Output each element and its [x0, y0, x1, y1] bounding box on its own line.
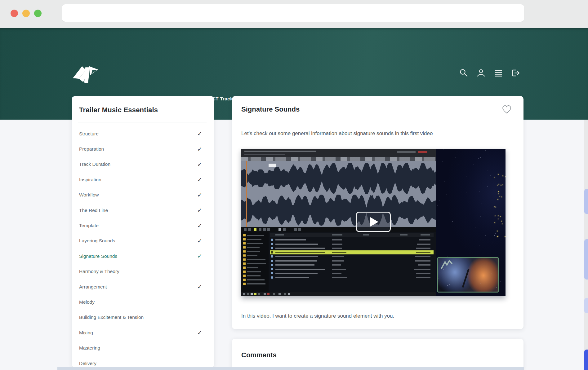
address-bar[interactable]: [62, 4, 524, 22]
lesson-item-building-excitement-tension[interactable]: Building Excitement & Tension: [79, 310, 202, 325]
scroll-decoration: [584, 298, 588, 313]
comments-title: Comments: [232, 339, 523, 359]
completed-check-icon: ✓: [197, 161, 202, 168]
viewport-bottom-band: [57, 367, 524, 370]
daw-selection-marker: [269, 164, 276, 167]
daw-file-list-header: [270, 233, 434, 237]
scroll-decoration: [584, 350, 588, 370]
scroll-decoration: [584, 239, 588, 280]
search-icon[interactable]: [459, 68, 468, 77]
lesson-item-label: Structure: [79, 131, 99, 137]
lesson-item-label: Delivery: [79, 361, 96, 366]
lesson-item-label: Building Excitement & Tension: [79, 315, 144, 320]
completed-check-icon: ✓: [197, 207, 202, 214]
comments-card: Comments: [232, 339, 523, 370]
lesson-outro-text: In this video, I want to create a signat…: [241, 313, 394, 319]
lesson-item-label: Inspiration: [79, 177, 101, 183]
completed-check-icon: ✓: [197, 222, 202, 229]
page-right-edge: [584, 120, 588, 370]
divider: [78, 122, 207, 122]
minimize-window-icon[interactable]: [22, 10, 30, 17]
close-window-icon[interactable]: [11, 10, 18, 17]
lesson-item-label: Layering Sounds: [79, 238, 115, 244]
lesson-item-label: Arrangement: [79, 284, 107, 290]
lesson-item-label: Track Duration: [79, 161, 110, 167]
lesson-item-preparation[interactable]: Preparation✓: [79, 141, 202, 156]
lesson-item-melody[interactable]: Melody: [79, 294, 202, 310]
user-icon[interactable]: [476, 68, 486, 77]
lesson-item-mastering[interactable]: Mastering: [79, 340, 202, 355]
daw-overview-strip: [241, 157, 436, 161]
video-daw-screenshot: [241, 149, 436, 296]
lesson-title: Signature Sounds: [232, 96, 523, 113]
lesson-item-label: Mastering: [79, 345, 100, 351]
completed-check-icon: ✓: [197, 329, 202, 336]
lesson-item-label: Mixing: [79, 330, 93, 336]
browser-chrome: [0, 0, 588, 28]
lesson-video-player[interactable]: [241, 149, 506, 296]
lesson-item-structure[interactable]: Structure✓: [79, 126, 202, 141]
favorite-heart-icon[interactable]: [502, 105, 512, 114]
completed-check-icon: ✓: [197, 283, 202, 290]
lesson-item-the-red-line[interactable]: The Red Line✓: [79, 203, 202, 218]
daw-titlebar: [241, 149, 436, 157]
lesson-item-template[interactable]: Template✓: [79, 218, 202, 233]
daw-toolbar: [241, 227, 436, 232]
lesson-item-layering-sounds[interactable]: Layering Sounds✓: [79, 233, 202, 249]
course-title: Trailer Music Essentials: [72, 96, 214, 114]
menu-icon[interactable]: [494, 68, 503, 77]
daw-selected-file-row: [270, 250, 434, 255]
logout-icon[interactable]: [511, 68, 520, 77]
scroll-decoration: [584, 189, 588, 214]
lesson-item-label: The Red Line: [79, 208, 108, 213]
completed-check-icon: ✓: [197, 146, 202, 153]
completed-check-icon: ✓: [197, 253, 202, 260]
traffic-lights: [11, 10, 42, 17]
daw-playhead: [246, 161, 247, 227]
completed-check-icon: ✓: [197, 192, 202, 199]
completed-check-icon: ✓: [197, 130, 202, 137]
daw-taskbar: [241, 292, 436, 296]
lesson-item-label: Signature Sounds: [79, 253, 117, 259]
play-button[interactable]: [356, 212, 391, 232]
daw-file-list: [269, 232, 436, 292]
arrow-monogram-logo[interactable]: [72, 61, 100, 84]
lesson-item-signature-sounds[interactable]: Signature Sounds✓: [79, 249, 202, 264]
lesson-item-label: Melody: [79, 299, 95, 305]
lesson-item-label: Harmony & Theory: [79, 269, 119, 274]
lesson-item-inspiration[interactable]: Inspiration✓: [79, 172, 202, 187]
course-outline-card: Trailer Music Essentials Structure✓Prepa…: [72, 96, 214, 368]
lesson-card: Signature Sounds Let's check out some ge…: [232, 96, 523, 329]
lesson-item-workflow[interactable]: Workflow✓: [79, 187, 202, 203]
lesson-list: Structure✓Preparation✓Track Duration✓Ins…: [72, 124, 214, 370]
daw-folder-sidebar: [241, 232, 269, 292]
microphone-silhouette: [462, 269, 470, 288]
lesson-intro-text: Let's check out some general information…: [232, 123, 523, 137]
video-earth-night-panel: [436, 149, 506, 296]
maximize-window-icon[interactable]: [34, 10, 42, 17]
lesson-item-label: Template: [79, 223, 99, 228]
lesson-item-track-duration[interactable]: Track Duration✓: [79, 157, 202, 172]
daw-file-browser: [241, 232, 436, 292]
lesson-item-harmony-theory[interactable]: Harmony & Theory: [79, 264, 202, 279]
lesson-item-label: Workflow: [79, 192, 99, 198]
presenter-webcam: [437, 257, 499, 293]
completed-check-icon: ✓: [197, 237, 202, 244]
webcam-logo-mark: [440, 259, 454, 270]
completed-check-icon: ✓: [197, 176, 202, 183]
daw-waveform: [241, 161, 436, 227]
header-icon-row: [459, 68, 520, 77]
lesson-item-mixing[interactable]: Mixing✓: [79, 325, 202, 340]
lesson-item-arrangement[interactable]: Arrangement✓: [79, 279, 202, 294]
lesson-item-label: Preparation: [79, 146, 104, 152]
